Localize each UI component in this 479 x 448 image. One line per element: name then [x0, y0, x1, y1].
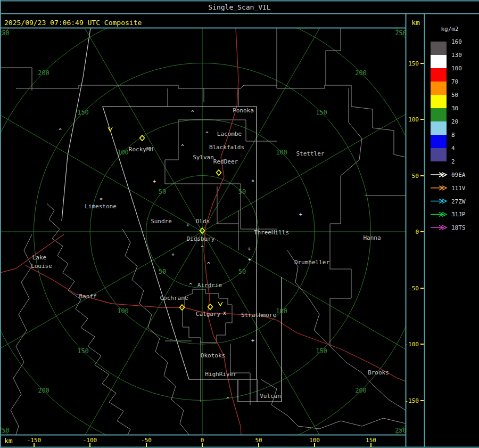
ring-label-100km: 100	[117, 307, 129, 315]
town-label-hanna: Hanna	[363, 234, 381, 241]
vil-level-label: 130	[451, 52, 462, 59]
ring-label-250km: 250	[395, 427, 407, 434]
bottom-axis-tick-label: -100	[83, 437, 97, 444]
town-label-vulcan: Vulcan	[260, 393, 281, 400]
ring-label-150km: 150	[316, 347, 327, 355]
map-marker: ^	[189, 282, 192, 288]
map-marker: +	[186, 222, 189, 228]
vil-swatch	[431, 148, 447, 161]
right-axis-tick-label: 0	[415, 229, 419, 235]
map-marker: +	[247, 246, 251, 252]
town-label-sundre: Sundre	[151, 218, 172, 225]
bottom-axis-tick-label: -150	[27, 437, 42, 444]
bottom-axis-tick-label: 0	[201, 437, 204, 444]
town-label-limestone: Limestone	[85, 203, 117, 210]
vil-swatch	[431, 121, 447, 135]
ring-label-250km: 250	[395, 29, 407, 37]
town-label-didsbury: Didsbury	[187, 235, 215, 242]
right-axis-tick-label: -150	[405, 397, 419, 404]
map-marker: +	[248, 257, 251, 263]
map-marker: ^	[59, 128, 62, 134]
ring-label-50km: 50	[238, 188, 246, 196]
map-marker: +	[171, 252, 175, 258]
vil-level-label: 50	[451, 92, 458, 99]
bottom-axis-tick-label: -50	[141, 437, 152, 444]
radar-id-label: 18TS	[451, 224, 466, 231]
map-marker: ^	[191, 110, 194, 116]
right-axis-unit-label: km	[411, 19, 420, 27]
map-marker: ^	[201, 245, 204, 251]
vil-swatch	[431, 42, 447, 55]
vil-swatch	[431, 108, 447, 121]
town-label-olds: Olds	[196, 218, 210, 225]
ring-label-150km: 150	[77, 347, 89, 355]
ring-label-250km: 250	[0, 29, 10, 37]
vil-level-label: 4	[451, 145, 455, 152]
ring-label-100km: 100	[276, 149, 287, 156]
vil-swatch	[431, 95, 447, 108]
window-title: Single_Scan_VIL	[208, 3, 271, 11]
map-marker: ^	[181, 144, 184, 150]
town-label-lacombe: Lacombe	[217, 131, 242, 137]
town-label-okotoks: Okotoks	[201, 352, 225, 359]
vil-level-label: 70	[451, 78, 458, 85]
right-axis-tick-label: 150	[408, 60, 419, 67]
town-label-threehills: ThreeHills	[254, 229, 289, 236]
map-marker: +	[299, 211, 302, 217]
radar-id-label: 31JP	[451, 211, 466, 218]
legend-unit: kg/m2	[441, 26, 458, 32]
town-label-ponoka: Ponoka	[233, 107, 254, 114]
town-label-strathmore: Strathmore	[241, 312, 276, 319]
ring-label-50km: 50	[159, 268, 166, 275]
town-label-banff: Banff	[79, 293, 96, 300]
vil-level-label: 8	[451, 132, 455, 139]
ring-label-200km: 200	[355, 387, 367, 394]
town-label-cochrane: Cochrane	[160, 295, 188, 302]
town-label-airdrie: Airdrie	[197, 282, 222, 289]
ring-label-150km: 150	[77, 109, 89, 116]
right-axis-tick-label: 100	[408, 116, 419, 123]
town-label-highriver: HighRiver	[205, 371, 237, 378]
town-label-louise: Louise	[31, 263, 52, 270]
map-marker: ^	[226, 396, 229, 402]
map-marker: +	[251, 338, 254, 344]
vil-swatch	[431, 82, 447, 95]
ring-label-50km: 50	[159, 188, 166, 196]
scan-timestamp: 2025/09/23 07:06:49 UTC Composite	[4, 19, 142, 27]
radar-id-label: 09EA	[451, 172, 466, 178]
radar-id-label: 111V	[451, 185, 466, 192]
vil-swatch	[431, 55, 447, 68]
bottom-axis-tick-label: 50	[255, 437, 262, 444]
radar-display-canvas: Single_Scan_VIL 2025/09/23 07:06:49 UTC …	[0, 0, 479, 448]
vil-swatch	[431, 135, 447, 148]
right-axis-tick-label: -50	[408, 285, 419, 292]
town-label-brooks: Brooks	[368, 369, 389, 376]
vil-level-label: 20	[451, 118, 458, 125]
vil-level-label: 2	[451, 158, 455, 165]
ring-label-100km: 100	[276, 307, 287, 315]
vil-swatch	[431, 68, 447, 82]
town-label-lake: Lake	[32, 254, 47, 261]
town-label-sylvan: Sylvan	[193, 154, 214, 161]
map-marker: *	[251, 179, 254, 185]
ring-label-150km: 150	[316, 109, 327, 116]
vil-level-label: 30	[451, 105, 458, 112]
vil-level-label: 160	[451, 38, 462, 45]
right-axis-tick-label: 50	[412, 173, 419, 180]
bottom-axis-tick-label: 100	[309, 437, 320, 444]
town-label-rockymh: RockyMH	[129, 146, 153, 153]
map-marker: x	[223, 310, 226, 316]
map-marker: ^	[205, 131, 209, 137]
bottom-axis-tick-label: 150	[366, 437, 376, 444]
town-label-blackfalds: Blackfalds	[209, 144, 244, 151]
radar-app-window: Single_Scan_VIL 2025/09/23 07:06:49 UTC …	[0, 0, 479, 448]
vil-level-label: 100	[451, 65, 462, 72]
ring-label-200km: 200	[355, 69, 367, 77]
ring-label-50km: 50	[238, 268, 246, 275]
ring-label-100km: 100	[117, 149, 129, 156]
bottom-axis-unit: km	[4, 437, 13, 445]
ring-label-200km: 200	[38, 387, 49, 394]
ring-label-250km: 250	[0, 427, 10, 434]
town-label-reddeer: RedDeer	[213, 158, 238, 165]
town-label-stettler: Stettler	[296, 150, 325, 157]
